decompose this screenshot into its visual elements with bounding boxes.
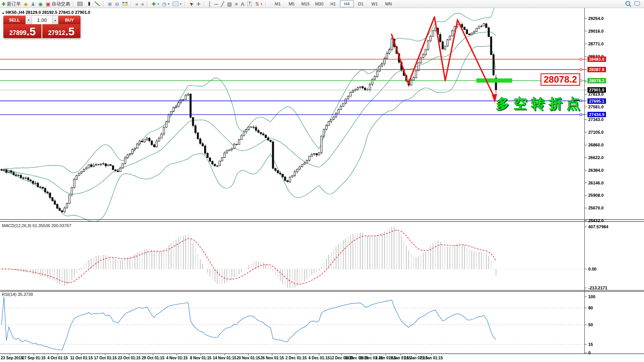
cursor-button[interactable]: ➤ — [188, 0, 195, 7]
new-chart-dropdown[interactable]: ✚▾ — [150, 0, 160, 7]
zoom-out-button[interactable]: ⊖ — [113, 0, 121, 7]
trade-controls-row: SELL ▼ 1.00 ▲ BUY — [3, 16, 80, 24]
equidistant-channel-button[interactable]: ▨ — [226, 0, 233, 7]
template-icon — [173, 2, 178, 6]
price-line-label[interactable]: 27695.1 — [587, 98, 606, 104]
deposit-icon[interactable]: ◆ — [22, 0, 29, 7]
turning-point-annotation[interactable]: 多空转折点 — [496, 95, 584, 113]
timeframe-m15-button[interactable]: M15 — [298, 0, 312, 7]
auto-trading-button[interactable]: ▣自动交易 — [44, 0, 72, 7]
period-dropdown[interactable]: ◷▾ — [160, 0, 171, 7]
price-axis-tick: 26860.0 — [588, 143, 604, 147]
price-line-label[interactable]: 28078.2 — [587, 78, 606, 83]
collapse-panel-icon[interactable]: ▴ — [2, 11, 4, 15]
buy-button[interactable]: BUY — [58, 16, 80, 24]
candlestick-chart-icon — [86, 2, 92, 6]
period-icon: ◷ — [162, 2, 166, 7]
toolbar-separator — [185, 1, 186, 7]
macd-axis-tick: 0.00 — [588, 267, 596, 271]
trendline-icon: ╱ — [221, 2, 224, 7]
time-axis-label: 21 Jan 01:15 — [420, 356, 443, 360]
timeframe-d1-button[interactable]: D1 — [354, 0, 368, 7]
timeframe-h4-button[interactable]: H4 — [340, 0, 354, 7]
chart-shift-icon: « — [141, 2, 144, 7]
text-label-icon: T — [247, 2, 252, 6]
dropdown-arrow-icon[interactable]: ▾ — [180, 2, 181, 6]
candlestick-chart-button[interactable] — [85, 0, 93, 7]
new-order-button[interactable]: ✚新订单 — [0, 0, 22, 7]
price-line-label[interactable]: 28483.0 — [587, 56, 606, 62]
auto-scroll-button[interactable]: » — [134, 0, 140, 7]
text-button[interactable]: A — [240, 0, 246, 7]
price-axis-tick: 25670.0 — [588, 206, 604, 210]
price-axis-tick: 28771.0 — [588, 42, 604, 46]
line-handle-27434.9[interactable] — [580, 114, 582, 116]
chart-shift-button[interactable]: « — [140, 0, 145, 7]
price-axis-tick: 26146.0 — [588, 181, 604, 185]
arrows-icon: ⇅ — [255, 2, 259, 7]
template-dropdown[interactable]: ▾ — [171, 0, 183, 7]
price-callout-annotation[interactable]: 28078.2 — [541, 73, 580, 86]
new-order-button-label: 新订单 — [7, 1, 21, 7]
highlight-bar-annotation[interactable] — [476, 78, 512, 83]
dropdown-arrow-icon[interactable]: ▾ — [168, 2, 170, 6]
timeframe-m5-button[interactable]: M5 — [285, 0, 298, 7]
cursor-icon: ➤ — [188, 1, 195, 7]
rsi-axis-tick: 50 — [588, 322, 593, 327]
buy-price-main: 27912 — [48, 29, 65, 37]
timeframe-m30-button[interactable]: M30 — [312, 0, 326, 7]
timeframe-h1-button[interactable]: H1 — [326, 0, 340, 7]
price-chart-svg — [0, 8, 644, 362]
timeframe-m1-button[interactable]: M1 — [271, 0, 285, 7]
price-axis-tick: 26384.0 — [588, 168, 604, 173]
time-axis-label: 26 Nov 01:15 — [260, 356, 284, 360]
tile-windows-button[interactable] — [121, 0, 129, 7]
crosshair-button[interactable]: ✛ — [195, 0, 202, 7]
line-handle-28287.8[interactable] — [580, 68, 582, 70]
trade-prices-row: 27899.5 27912.5 — [3, 24, 80, 38]
chat-icon — [634, 1, 640, 6]
price-axis-tick: 26622.0 — [588, 155, 604, 160]
buy-price-button[interactable]: 27912.5 — [42, 24, 80, 38]
vertical-line-button[interactable]: │ — [207, 0, 213, 7]
trendline-button[interactable]: ╱ — [220, 0, 226, 7]
search-button[interactable] — [626, 1, 630, 7]
toolbar-separator — [204, 1, 205, 7]
mt4-window: ✚新订单◆♟◉▣自动交易⊕⊖»«✚▾◷▾▾➤✛│─╱▨≡AT⇅▾M1M5M15M… — [0, 0, 644, 362]
time-axis-label: 29 Oct 01:15 — [142, 356, 165, 360]
expert-advisors-icon[interactable]: ♟ — [29, 0, 37, 7]
time-axis-label: 11 Oct 01:15 — [70, 356, 93, 360]
price-axis-tick: 27581.0 — [588, 105, 604, 109]
one-click-trading-panel: SELL ▼ 1.00 ▲ BUY 27899.5 27912.5 — [3, 15, 81, 38]
timeframe-w1-button[interactable]: W1 — [368, 0, 381, 7]
volume-increase-button[interactable]: ▲ — [52, 16, 58, 24]
bar-chart-button[interactable] — [76, 0, 85, 7]
arrows-dropdown[interactable]: ⇅▾ — [253, 0, 264, 7]
text-label-button[interactable]: T — [246, 0, 253, 7]
time-axis-label: 6 Dec 01:15 — [308, 356, 329, 360]
crosshair-icon: ✛ — [196, 2, 201, 7]
sell-button[interactable]: SELL — [3, 16, 25, 24]
zoom-in-button[interactable]: ⊕ — [106, 0, 113, 7]
price-line-label[interactable]: 27434.9 — [587, 112, 606, 117]
zoom-in-icon: ⊕ — [108, 2, 112, 7]
volume-decrease-button[interactable]: ▼ — [26, 16, 32, 24]
chat-button[interactable] — [634, 1, 640, 7]
dropdown-arrow-icon[interactable]: ▾ — [157, 2, 159, 6]
dropdown-arrow-icon[interactable]: ▾ — [261, 2, 262, 6]
line-handle-28483.0[interactable] — [580, 58, 582, 60]
toolbar: ✚新订单◆♟◉▣自动交易⊕⊖»«✚▾◷▾▾➤✛│─╱▨≡AT⇅▾M1M5M15M… — [0, 0, 644, 8]
signals-icon[interactable]: ◉ — [37, 0, 44, 7]
sell-price-button[interactable]: 27899.5 — [3, 24, 42, 38]
time-axis-label: 17 Oct 01:15 — [94, 356, 117, 360]
price-line-label[interactable]: 28287.8 — [587, 67, 606, 72]
price-line-label[interactable]: 27901.0 — [587, 87, 606, 93]
timeframe-mn-button[interactable]: MN — [381, 0, 395, 7]
line-chart-button[interactable] — [93, 0, 102, 7]
time-axis-label: 8 Nov 01:15 — [190, 356, 211, 360]
horizontal-line-button[interactable]: ─ — [213, 0, 220, 7]
fibonacci-button[interactable]: ≡ — [233, 0, 240, 7]
search-icon — [626, 1, 630, 6]
price-axis-tick: 27819.0 — [588, 92, 604, 96]
volume-input[interactable]: 1.00 — [32, 16, 52, 24]
